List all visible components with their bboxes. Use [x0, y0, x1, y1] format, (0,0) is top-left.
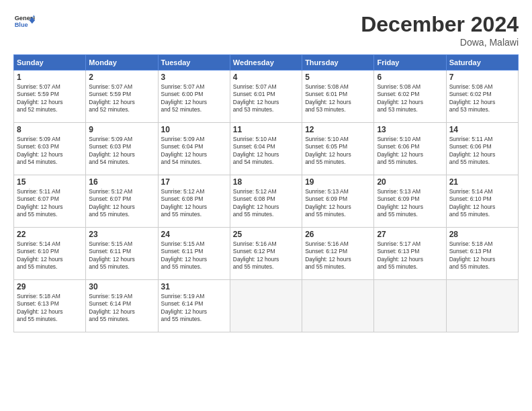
week-row: 1Sunrise: 5:07 AM Sunset: 5:59 PM Daylig… — [14, 71, 519, 123]
calendar-cell: 19Sunrise: 5:13 AM Sunset: 6:09 PM Dayli… — [302, 175, 374, 228]
week-row: 15Sunrise: 5:11 AM Sunset: 6:07 PM Dayli… — [14, 175, 519, 228]
calendar-cell: 8Sunrise: 5:09 AM Sunset: 6:03 PM Daylig… — [14, 123, 86, 175]
calendar-cell: 14Sunrise: 5:11 AM Sunset: 6:06 PM Dayli… — [446, 123, 518, 175]
calendar-page: General Blue December 2024 Dowa, Malawi … — [0, 0, 532, 411]
calendar-cell: 23Sunrise: 5:15 AM Sunset: 6:11 PM Dayli… — [86, 228, 158, 280]
logo: General Blue — [13, 12, 35, 31]
calendar-cell: 29Sunrise: 5:18 AM Sunset: 6:13 PM Dayli… — [14, 280, 86, 332]
calendar-cell: 26Sunrise: 5:16 AM Sunset: 6:12 PM Dayli… — [302, 228, 374, 280]
calendar-cell: 4Sunrise: 5:07 AM Sunset: 6:01 PM Daylig… — [230, 71, 302, 123]
calendar-cell — [374, 280, 446, 332]
week-row: 8Sunrise: 5:09 AM Sunset: 6:03 PM Daylig… — [14, 123, 519, 175]
col-header-saturday: Saturday — [446, 55, 518, 71]
calendar-cell: 5Sunrise: 5:08 AM Sunset: 6:01 PM Daylig… — [302, 71, 374, 123]
calendar-cell: 22Sunrise: 5:14 AM Sunset: 6:10 PM Dayli… — [14, 228, 86, 280]
calendar-cell: 24Sunrise: 5:15 AM Sunset: 6:11 PM Dayli… — [158, 228, 230, 280]
calendar-cell: 21Sunrise: 5:14 AM Sunset: 6:10 PM Dayli… — [446, 175, 518, 228]
title-block: December 2024 Dowa, Malawi — [361, 12, 519, 48]
calendar-cell: 18Sunrise: 5:12 AM Sunset: 6:08 PM Dayli… — [230, 175, 302, 228]
calendar-cell: 31Sunrise: 5:19 AM Sunset: 6:14 PM Dayli… — [158, 280, 230, 332]
week-row: 29Sunrise: 5:18 AM Sunset: 6:13 PM Dayli… — [14, 280, 519, 332]
location: Dowa, Malawi — [361, 37, 519, 48]
calendar-cell — [446, 280, 518, 332]
calendar-cell — [302, 280, 374, 332]
calendar-cell: 6Sunrise: 5:08 AM Sunset: 6:02 PM Daylig… — [374, 71, 446, 123]
calendar-cell: 7Sunrise: 5:08 AM Sunset: 6:02 PM Daylig… — [446, 71, 518, 123]
month-title: December 2024 — [361, 12, 519, 37]
week-row: 22Sunrise: 5:14 AM Sunset: 6:10 PM Dayli… — [14, 228, 519, 280]
calendar-cell: 2Sunrise: 5:07 AM Sunset: 5:59 PM Daylig… — [86, 71, 158, 123]
calendar-cell: 27Sunrise: 5:17 AM Sunset: 6:13 PM Dayli… — [374, 228, 446, 280]
logo-icon: General Blue — [13, 12, 35, 31]
calendar-cell: 11Sunrise: 5:10 AM Sunset: 6:04 PM Dayli… — [230, 123, 302, 175]
calendar-cell: 13Sunrise: 5:10 AM Sunset: 6:06 PM Dayli… — [374, 123, 446, 175]
calendar-cell: 15Sunrise: 5:11 AM Sunset: 6:07 PM Dayli… — [14, 175, 86, 228]
col-header-wednesday: Wednesday — [230, 55, 302, 71]
calendar-cell: 10Sunrise: 5:09 AM Sunset: 6:04 PM Dayli… — [158, 123, 230, 175]
calendar-cell — [230, 280, 302, 332]
col-header-thursday: Thursday — [302, 55, 374, 71]
calendar-cell: 25Sunrise: 5:16 AM Sunset: 6:12 PM Dayli… — [230, 228, 302, 280]
col-header-tuesday: Tuesday — [158, 55, 230, 71]
calendar-cell: 17Sunrise: 5:12 AM Sunset: 6:08 PM Dayli… — [158, 175, 230, 228]
col-header-sunday: Sunday — [14, 55, 86, 71]
calendar-cell: 16Sunrise: 5:12 AM Sunset: 6:07 PM Dayli… — [86, 175, 158, 228]
col-header-monday: Monday — [86, 55, 158, 71]
calendar-cell: 9Sunrise: 5:09 AM Sunset: 6:03 PM Daylig… — [86, 123, 158, 175]
calendar-table: SundayMondayTuesdayWednesdayThursdayFrid… — [13, 54, 519, 332]
col-header-friday: Friday — [374, 55, 446, 71]
calendar-cell: 12Sunrise: 5:10 AM Sunset: 6:05 PM Dayli… — [302, 123, 374, 175]
svg-text:Blue: Blue — [15, 21, 28, 28]
header-row: SundayMondayTuesdayWednesdayThursdayFrid… — [14, 55, 519, 71]
calendar-cell: 1Sunrise: 5:07 AM Sunset: 5:59 PM Daylig… — [14, 71, 86, 123]
calendar-cell: 3Sunrise: 5:07 AM Sunset: 6:00 PM Daylig… — [158, 71, 230, 123]
calendar-cell: 28Sunrise: 5:18 AM Sunset: 6:13 PM Dayli… — [446, 228, 518, 280]
calendar-cell: 20Sunrise: 5:13 AM Sunset: 6:09 PM Dayli… — [374, 175, 446, 228]
header: General Blue December 2024 Dowa, Malawi — [13, 12, 519, 48]
calendar-cell: 30Sunrise: 5:19 AM Sunset: 6:14 PM Dayli… — [86, 280, 158, 332]
